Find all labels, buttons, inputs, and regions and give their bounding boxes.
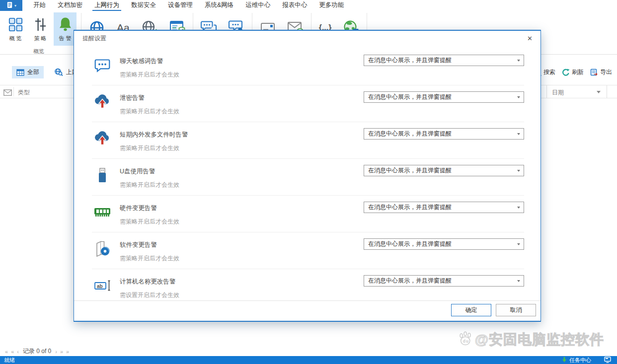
alert-title: U盘使用告警 bbox=[120, 167, 155, 176]
export-button[interactable]: 导出 bbox=[590, 68, 612, 76]
task-center-label: 任务中心 bbox=[569, 357, 591, 364]
alert-subtitle: 需策略开启后才会生效 bbox=[120, 71, 179, 79]
alert-display-mode-select[interactable]: 在消息中心展示，并且弹窗提醒 bbox=[364, 275, 524, 287]
svg-text:ab: ab bbox=[97, 284, 103, 289]
ribbon-item-policy-sliders[interactable]: 策 略 bbox=[29, 12, 52, 46]
action-label: 搜索 bbox=[543, 68, 555, 76]
watermark-text: @安固电脑监控软件 bbox=[475, 330, 604, 349]
alert-display-mode-select[interactable]: 在消息中心展示，并且弹窗提醒 bbox=[364, 91, 524, 103]
filter-caret-icon[interactable] bbox=[597, 91, 601, 93]
ribbon-item-overview-grid[interactable]: 概 览 bbox=[4, 12, 27, 46]
record-count-label: 记录 0 of 0 bbox=[23, 347, 51, 356]
filter-tab-label: 全部 bbox=[27, 68, 39, 76]
alert-display-mode-select[interactable]: 在消息中心展示，并且弹窗提醒 bbox=[364, 128, 524, 140]
caret-down-icon: ▾ bbox=[14, 3, 16, 8]
dialog-title: 提醒设置 bbox=[82, 34, 106, 43]
alert-setting-row: 聊天敏感词告警需策略开启后才会生效在消息中心展示，并且弹窗提醒 bbox=[92, 49, 524, 85]
menu-tab-5[interactable]: 设备管理 bbox=[162, 0, 199, 11]
software-icon bbox=[93, 239, 112, 258]
status-ready-label: 就绪 bbox=[4, 357, 15, 364]
next-page-button[interactable]: › bbox=[55, 348, 57, 355]
dialog-footer: 确定 取消 bbox=[74, 300, 540, 321]
menu-tab-8[interactable]: 报表中心 bbox=[276, 0, 313, 11]
ok-button[interactable]: 确定 bbox=[451, 304, 491, 316]
column-divider bbox=[13, 87, 14, 96]
close-icon[interactable]: ✕ bbox=[527, 35, 533, 42]
alert-display-mode-select[interactable]: 在消息中心展示，并且弹窗提醒 bbox=[364, 55, 524, 66]
ribbon-item-label: 策 略 bbox=[34, 35, 46, 42]
column-header-date[interactable]: 日期 bbox=[546, 85, 607, 98]
caret-down-icon[interactable] bbox=[517, 207, 520, 209]
menu-bar: ▾ 开始文档加密上网行为数据安全设备管理系统&网络运维中心报表中心更多功能 bbox=[0, 0, 617, 11]
refresh-button[interactable]: 刷新 bbox=[562, 68, 584, 76]
alert-display-mode-select[interactable]: 在消息中心展示，并且弹窗提醒 bbox=[364, 165, 524, 176]
baidu-paw-logo-icon: du bbox=[459, 330, 472, 349]
ribbon-group-label: 概览 bbox=[0, 48, 77, 55]
menu-tab-6[interactable]: 系统&网络 bbox=[199, 0, 239, 11]
alert-display-mode-select[interactable]: 在消息中心展示，并且弹窗提醒 bbox=[364, 238, 524, 250]
fast-prev-button[interactable]: « bbox=[11, 348, 14, 355]
alert-setting-row: 硬件变更告警需策略开启后才会生效在消息中心展示，并且弹窗提醒 bbox=[92, 196, 524, 232]
alert-subtitle: 需策略开启后才会生效 bbox=[120, 144, 179, 152]
alert-title: 聊天敏感词告警 bbox=[120, 57, 163, 66]
record-pagination: ««‹ 记录 0 of 0 ›»» bbox=[5, 347, 69, 356]
globe-search-icon bbox=[54, 68, 63, 76]
app-menu-button[interactable]: ▾ bbox=[0, 0, 22, 11]
alert-subtitle: 需策略开启后才会生效 bbox=[120, 107, 179, 116]
menu-tab-7[interactable]: 运维中心 bbox=[239, 0, 276, 11]
menu-tabs: 开始文档加密上网行为数据安全设备管理系统&网络运维中心报表中心更多功能 bbox=[27, 0, 350, 11]
column-header-type[interactable]: 类型 bbox=[18, 88, 30, 97]
alert-subtitle: 需策略开启后才会生效 bbox=[120, 218, 179, 226]
table-icon bbox=[16, 69, 24, 76]
menu-tab-4[interactable]: 数据安全 bbox=[125, 0, 162, 11]
filter-tab-table[interactable]: 全部 bbox=[12, 66, 44, 78]
alert-setting-row: 泄密告警需策略开启后才会生效在消息中心展示，并且弹窗提醒 bbox=[92, 85, 524, 122]
caret-down-icon[interactable] bbox=[517, 243, 520, 245]
alert-setting-row: 短期内外发多文件时告警需策略开启后才会生效在消息中心展示，并且弹窗提醒 bbox=[92, 122, 524, 159]
policy-sliders-icon bbox=[32, 14, 49, 34]
monitor-icon[interactable] bbox=[604, 357, 611, 364]
watermark: du @安固电脑监控软件 bbox=[459, 330, 604, 349]
ribbon-item-label: 告 警 bbox=[59, 35, 71, 42]
alert-title: 软件变更告警 bbox=[120, 241, 157, 249]
menu-tab-3[interactable]: 上网行为 bbox=[88, 0, 125, 11]
alert-title: 计算机名称更改告警 bbox=[120, 278, 176, 286]
alert-bell-icon bbox=[57, 14, 74, 34]
rename-icon: ab bbox=[93, 276, 112, 295]
ribbon-item-label: 概 览 bbox=[9, 35, 21, 42]
action-label: 刷新 bbox=[572, 68, 584, 76]
caret-down-icon[interactable] bbox=[517, 280, 520, 282]
ram-icon bbox=[93, 203, 112, 221]
status-bar: 就绪 任务中心 bbox=[0, 356, 617, 364]
alert-display-mode-select[interactable]: 在消息中心展示，并且弹窗提醒 bbox=[364, 202, 524, 213]
caret-down-icon[interactable] bbox=[517, 96, 520, 98]
cloud-upload-icon bbox=[93, 92, 112, 111]
alert-title: 短期内外发多文件时告警 bbox=[120, 131, 188, 139]
alert-setting-row: 软件变更告警需策略开启后才会生效在消息中心展示，并且弹窗提醒 bbox=[92, 232, 524, 269]
task-center-button[interactable]: 任务中心 bbox=[561, 357, 591, 364]
cloud-upload-icon bbox=[93, 129, 112, 148]
fast-next-button[interactable]: » bbox=[60, 348, 63, 355]
usb-drive-icon bbox=[93, 166, 112, 185]
menu-tab-9[interactable]: 更多功能 bbox=[313, 0, 350, 11]
action-label: 导出 bbox=[600, 68, 612, 76]
caret-down-icon[interactable] bbox=[517, 133, 520, 135]
first-page-button[interactable]: « bbox=[5, 348, 8, 355]
export-icon bbox=[590, 69, 598, 76]
menu-tab-1[interactable]: 开始 bbox=[27, 0, 52, 11]
cancel-button[interactable]: 取消 bbox=[496, 304, 536, 316]
alert-subtitle: 需策略开启后才会生效 bbox=[120, 254, 179, 263]
alert-title: 泄密告警 bbox=[120, 94, 145, 102]
last-page-button[interactable]: » bbox=[66, 348, 69, 355]
prev-page-button[interactable]: ‹ bbox=[17, 348, 19, 355]
caret-down-icon[interactable] bbox=[517, 60, 520, 62]
svg-text:du: du bbox=[463, 339, 469, 344]
chat-alert-icon bbox=[93, 56, 112, 74]
caret-down-icon[interactable] bbox=[517, 170, 520, 172]
alert-title: 硬件变更告警 bbox=[120, 204, 157, 213]
menu-tab-2[interactable]: 文档加密 bbox=[52, 0, 88, 11]
reminder-settings-dialog: 提醒设置 ✕ 聊天敏感词告警需策略开启后才会生效在消息中心展示，并且弹窗提醒泄密… bbox=[74, 30, 541, 322]
download-arrow-icon bbox=[561, 357, 567, 364]
dialog-title-bar: 提醒设置 ✕ bbox=[74, 31, 540, 45]
alert-subtitle: 需设置开启后才会生效 bbox=[120, 291, 179, 299]
